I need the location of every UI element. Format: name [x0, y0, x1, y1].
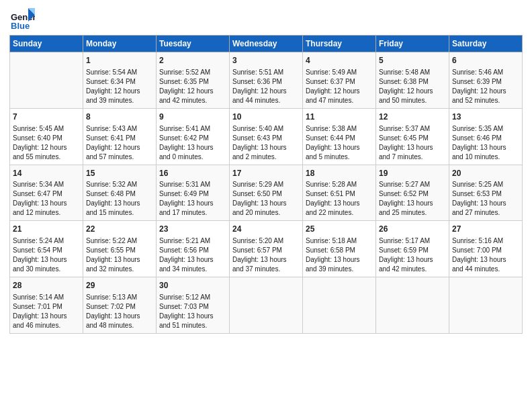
cell-content-line: Daylight: 13 hours [159, 255, 226, 265]
day-of-week-header: Friday [376, 36, 449, 52]
day-number: 17 [232, 168, 300, 179]
cell-content-line: Sunrise: 5:51 AM [232, 68, 300, 77]
cell-content-line: Daylight: 13 hours [306, 199, 373, 208]
cell-content-line: and 57 minutes. [86, 152, 153, 162]
cell-content-line: Daylight: 13 hours [13, 255, 80, 265]
calendar-cell: 17Sunrise: 5:29 AMSunset: 6:50 PMDayligh… [230, 165, 303, 221]
calendar-cell: 28Sunrise: 5:14 AMSunset: 7:01 PMDayligh… [10, 277, 83, 334]
cell-content-line: Sunrise: 5:13 AM [86, 293, 153, 302]
cell-content-line: Sunrise: 5:52 AM [159, 68, 226, 77]
cell-content-line: Daylight: 13 hours [452, 255, 519, 265]
cell-content-line: Sunrise: 5:48 AM [379, 68, 446, 77]
calendar-cell [449, 277, 523, 334]
day-number: 13 [452, 111, 519, 123]
cell-content-line: Sunset: 7:03 PM [159, 302, 226, 312]
calendar-week-row: 14Sunrise: 5:34 AMSunset: 6:47 PMDayligh… [10, 165, 523, 221]
empty-cell [452, 280, 519, 320]
cell-content-line: and 50 minutes. [379, 96, 446, 105]
calendar-cell: 20Sunrise: 5:25 AMSunset: 6:53 PMDayligh… [449, 165, 523, 221]
cell-content-line: and 5 minutes. [306, 152, 373, 162]
day-number: 16 [159, 168, 226, 179]
cell-content-line: and 48 minutes. [86, 321, 153, 330]
cell-content-line: and 27 minutes. [452, 208, 519, 218]
calendar-cell: 24Sunrise: 5:20 AMSunset: 6:57 PMDayligh… [230, 221, 303, 277]
calendar-cell: 5Sunrise: 5:48 AMSunset: 6:38 PMDaylight… [376, 52, 449, 109]
cell-content-line: and 2 minutes. [232, 152, 300, 162]
calendar-cell: 25Sunrise: 5:18 AMSunset: 6:58 PMDayligh… [303, 221, 376, 277]
logo: General Blue [9, 7, 35, 32]
cell-content-line: Daylight: 13 hours [13, 312, 80, 321]
cell-content-line: Daylight: 13 hours [86, 312, 153, 321]
cell-content-line: Daylight: 12 hours [159, 87, 226, 96]
cell-content-line: Sunrise: 5:46 AM [452, 68, 519, 77]
day-number: 7 [13, 111, 80, 123]
cell-content-line: Daylight: 12 hours [13, 143, 80, 152]
calendar-cell: 4Sunrise: 5:49 AMSunset: 6:37 PMDaylight… [303, 52, 376, 109]
day-number: 11 [306, 111, 373, 123]
cell-content-line: Daylight: 12 hours [306, 87, 373, 96]
cell-content-line: Daylight: 13 hours [86, 199, 153, 208]
cell-content-line: and 25 minutes. [379, 208, 446, 218]
cell-content-line: Daylight: 12 hours [86, 143, 153, 152]
day-number: 14 [13, 168, 80, 179]
cell-content-line: Sunrise: 5:25 AM [452, 180, 519, 189]
calendar-cell: 1Sunrise: 5:54 AMSunset: 6:34 PMDaylight… [83, 52, 157, 109]
calendar-week-row: 21Sunrise: 5:24 AMSunset: 6:54 PMDayligh… [10, 221, 523, 277]
cell-content-line: Sunset: 6:59 PM [379, 246, 446, 255]
cell-content-line: Daylight: 13 hours [379, 255, 446, 265]
cell-content-line: Sunrise: 5:38 AM [306, 124, 373, 134]
day-number: 5 [379, 55, 446, 66]
cell-content-line: Sunset: 6:46 PM [452, 134, 519, 143]
day-number: 25 [306, 224, 373, 235]
calendar-cell: 14Sunrise: 5:34 AMSunset: 6:47 PMDayligh… [10, 165, 83, 221]
cell-content-line: Daylight: 13 hours [232, 199, 300, 208]
cell-content-line: and 12 minutes. [13, 208, 80, 218]
cell-content-line: and 20 minutes. [232, 208, 300, 218]
cell-content-line: Sunset: 6:45 PM [379, 134, 446, 143]
calendar-cell: 9Sunrise: 5:41 AMSunset: 6:42 PMDaylight… [157, 108, 230, 165]
calendar-cell [10, 52, 83, 109]
cell-content-line: and 42 minutes. [379, 265, 446, 274]
cell-content-line: Sunrise: 5:20 AM [232, 236, 300, 246]
cell-content-line: and 52 minutes. [452, 96, 519, 105]
calendar-cell: 7Sunrise: 5:45 AMSunset: 6:40 PMDaylight… [10, 108, 83, 165]
cell-content-line: and 39 minutes. [306, 265, 373, 274]
cell-content-line: Daylight: 12 hours [232, 87, 300, 96]
cell-content-line: Sunset: 7:02 PM [86, 302, 153, 312]
cell-content-line: Sunrise: 5:24 AM [13, 236, 80, 246]
day-number: 20 [452, 168, 519, 179]
day-number: 3 [232, 55, 300, 66]
cell-content-line: Sunset: 6:35 PM [159, 77, 226, 87]
cell-content-line: Sunrise: 5:18 AM [306, 236, 373, 246]
cell-content-line: Sunset: 6:53 PM [452, 189, 519, 199]
calendar-cell [303, 277, 376, 334]
calendar-week-row: 7Sunrise: 5:45 AMSunset: 6:40 PMDaylight… [10, 108, 523, 165]
cell-content-line: Daylight: 13 hours [232, 255, 300, 265]
calendar-cell: 26Sunrise: 5:17 AMSunset: 6:59 PMDayligh… [376, 221, 449, 277]
calendar-cell: 2Sunrise: 5:52 AMSunset: 6:35 PMDaylight… [157, 52, 230, 109]
cell-content-line: Sunrise: 5:54 AM [86, 68, 153, 77]
day-number: 2 [159, 55, 226, 66]
cell-content-line: Daylight: 12 hours [452, 87, 519, 96]
cell-content-line: Sunset: 6:40 PM [13, 134, 80, 143]
cell-content-line: Daylight: 13 hours [86, 255, 153, 265]
cell-content-line: Sunrise: 5:17 AM [379, 236, 446, 246]
cell-content-line: Sunset: 6:55 PM [86, 246, 153, 255]
cell-content-line: and 44 minutes. [232, 96, 300, 105]
cell-content-line: Daylight: 13 hours [159, 143, 226, 152]
cell-content-line: and 42 minutes. [159, 96, 226, 105]
cell-content-line: Sunset: 6:50 PM [232, 189, 300, 199]
cell-content-line: Sunrise: 5:31 AM [159, 180, 226, 189]
calendar-cell: 6Sunrise: 5:46 AMSunset: 6:39 PMDaylight… [449, 52, 523, 109]
calendar-cell: 18Sunrise: 5:28 AMSunset: 6:51 PMDayligh… [303, 165, 376, 221]
day-of-week-header: Sunday [10, 36, 83, 52]
calendar-cell [376, 277, 449, 334]
cell-content-line: Sunrise: 5:14 AM [13, 293, 80, 302]
cell-content-line: and 0 minutes. [159, 152, 226, 162]
cell-content-line: Daylight: 13 hours [306, 255, 373, 265]
cell-content-line: Sunrise: 5:21 AM [159, 236, 226, 246]
calendar-cell: 23Sunrise: 5:21 AMSunset: 6:56 PMDayligh… [157, 221, 230, 277]
day-number: 30 [159, 280, 226, 291]
calendar-table: SundayMondayTuesdayWednesdayThursdayFrid… [9, 35, 523, 334]
cell-content-line: and 17 minutes. [159, 208, 226, 218]
